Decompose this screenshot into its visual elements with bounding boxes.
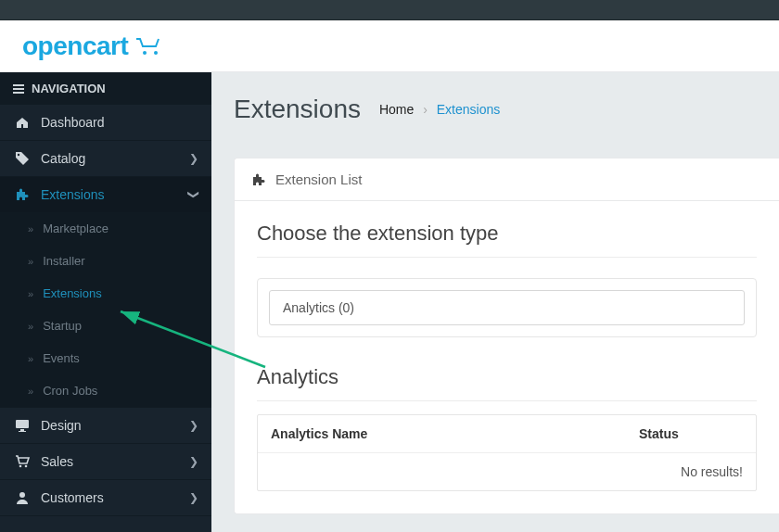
breadcrumb: Home › Extensions (379, 102, 500, 117)
submenu-item-startup[interactable]: »Startup (0, 310, 211, 342)
chevron-right-icon: ❯ (189, 491, 198, 504)
double-chevron-icon: » (28, 353, 33, 364)
svg-point-7 (25, 465, 28, 468)
svg-point-1 (154, 51, 158, 55)
no-results: No results! (258, 453, 756, 491)
submenu-item-cronjobs[interactable]: »Cron Jobs (0, 374, 211, 407)
chevron-down-icon: ❯ (187, 190, 200, 199)
extension-type-select-wrap: Analytics (0) (257, 278, 757, 337)
tag-icon (15, 151, 32, 166)
header: opencart (0, 20, 779, 72)
col-status: Status (626, 415, 756, 453)
svg-point-2 (18, 154, 19, 156)
submenu-item-extensions[interactable]: »Extensions (0, 277, 211, 310)
submenu-label: Startup (43, 319, 82, 333)
svg-rect-3 (16, 420, 29, 428)
panel-heading: Extension List (235, 158, 779, 201)
submenu-label: Events (43, 351, 80, 365)
sidebar-item-catalog[interactable]: Catalog ❯ (0, 141, 211, 176)
home-icon (15, 115, 32, 130)
submenu-label: Extensions (43, 286, 102, 300)
sidebar-item-sales[interactable]: Sales ❯ (0, 444, 211, 479)
user-icon (15, 490, 32, 505)
breadcrumb-current[interactable]: Extensions (437, 102, 500, 117)
double-chevron-icon: » (28, 288, 33, 299)
svg-rect-5 (19, 431, 26, 432)
chevron-right-icon: ❯ (189, 152, 198, 165)
submenu-label: Marketplace (43, 222, 109, 235)
puzzle-icon (251, 172, 266, 187)
double-chevron-icon: » (28, 256, 33, 267)
sidebar-item-label: Dashboard (41, 115, 105, 130)
svg-point-8 (19, 492, 25, 498)
menu-icon (13, 84, 24, 94)
main-content: Extensions Home › Extensions Extension L… (211, 72, 779, 532)
logo[interactable]: opencart (22, 32, 165, 61)
page-heading: Extensions Home › Extensions (234, 95, 779, 124)
analytics-table-wrap: Analytics Name Status No results! (257, 414, 757, 491)
chevron-right-icon: ❯ (189, 419, 198, 432)
submenu-label: Installer (43, 254, 85, 268)
sidebar-item-design[interactable]: Design ❯ (0, 408, 211, 443)
sidebar: NAVIGATION Dashboard Catalog ❯ (0, 72, 211, 532)
col-analytics-name: Analytics Name (258, 415, 626, 453)
logo-text: opencart (22, 32, 128, 61)
sidebar-item-extensions[interactable]: Extensions ❯ (0, 177, 211, 212)
sidebar-item-customers[interactable]: Customers ❯ (0, 480, 211, 515)
breadcrumb-separator: › (423, 102, 428, 117)
sidebar-item-label: Extensions (41, 187, 104, 202)
table-row: No results! (258, 453, 756, 491)
choose-heading: Choose the extension type (257, 222, 757, 258)
svg-point-0 (143, 51, 147, 55)
extension-type-select[interactable]: Analytics (0) (269, 290, 745, 325)
submenu-item-events[interactable]: »Events (0, 342, 211, 374)
nav-title-text: NAVIGATION (32, 82, 106, 95)
cart-icon (135, 37, 165, 56)
nav-title: NAVIGATION (0, 72, 211, 105)
puzzle-icon (15, 187, 32, 202)
section-title: Analytics (257, 365, 757, 401)
shopping-cart-icon (15, 454, 32, 469)
panel-heading-text: Extension List (275, 171, 362, 187)
double-chevron-icon: » (28, 321, 33, 332)
chevron-right-icon: ❯ (189, 455, 198, 468)
double-chevron-icon: » (28, 386, 33, 397)
submenu-item-installer[interactable]: »Installer (0, 245, 211, 277)
page-title: Extensions (234, 95, 361, 124)
desktop-icon (15, 418, 32, 433)
panel-extension-list: Extension List Choose the extension type… (234, 158, 779, 514)
svg-point-6 (19, 465, 22, 468)
sidebar-item-label: Sales (41, 454, 73, 469)
sidebar-item-label: Design (41, 418, 82, 433)
double-chevron-icon: » (28, 223, 33, 234)
sidebar-item-label: Customers (41, 490, 104, 505)
sidebar-item-label: Catalog (41, 151, 85, 166)
submenu-item-marketplace[interactable]: »Marketplace (0, 212, 211, 245)
sidebar-item-dashboard[interactable]: Dashboard (0, 105, 211, 140)
submenu-label: Cron Jobs (43, 384, 97, 398)
svg-rect-4 (20, 429, 24, 431)
breadcrumb-home[interactable]: Home (379, 102, 414, 117)
top-bar (0, 0, 779, 20)
